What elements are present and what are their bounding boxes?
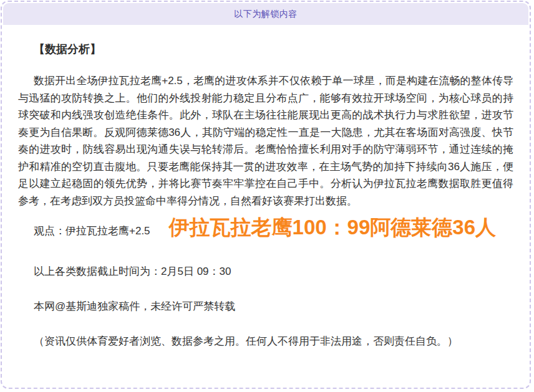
unlocked-content-card: 以下为解锁内容 【数据分析】 数据开出全场伊拉瓦拉老鹰+2.5，老鹰的进攻体系并… <box>1 1 531 389</box>
analysis-paragraph: 数据开出全场伊拉瓦拉老鹰+2.5，老鹰的进攻体系并不仅依赖于单一球星，而是构建在… <box>18 72 513 209</box>
viewpoint-label: 观点：伊拉瓦拉老鹰+2.5 <box>18 225 150 237</box>
unlock-banner-text: 以下为解锁内容 <box>234 9 298 20</box>
disclaimer-note: （资讯仅供体育爱好者浏览、数据参考之用。任何人不得用于非法用途，否则责任自负。） <box>18 333 513 350</box>
score-prediction: 伊拉瓦拉老鹰100：99阿德莱德36人 <box>169 216 496 239</box>
copyright-note: 本网@基斯迪独家稿件，未经许可严禁转载 <box>18 298 513 315</box>
data-deadline-note: 以上各类数据截止时间为：2月5日 09：30 <box>18 263 513 280</box>
page: 以下为解锁内容 【数据分析】 数据开出全场伊拉瓦拉老鹰+2.5，老鹰的进攻体系并… <box>0 0 534 392</box>
article-content: 【数据分析】 数据开出全场伊拉瓦拉老鹰+2.5，老鹰的进攻体系并不仅依赖于单一球… <box>2 42 530 350</box>
viewpoint-line: 观点：伊拉瓦拉老鹰+2.5伊拉瓦拉老鹰100：99阿德莱德36人 <box>18 213 513 246</box>
unlock-banner: 以下为解锁内容 <box>3 3 528 25</box>
section-title: 【数据分析】 <box>18 42 513 57</box>
